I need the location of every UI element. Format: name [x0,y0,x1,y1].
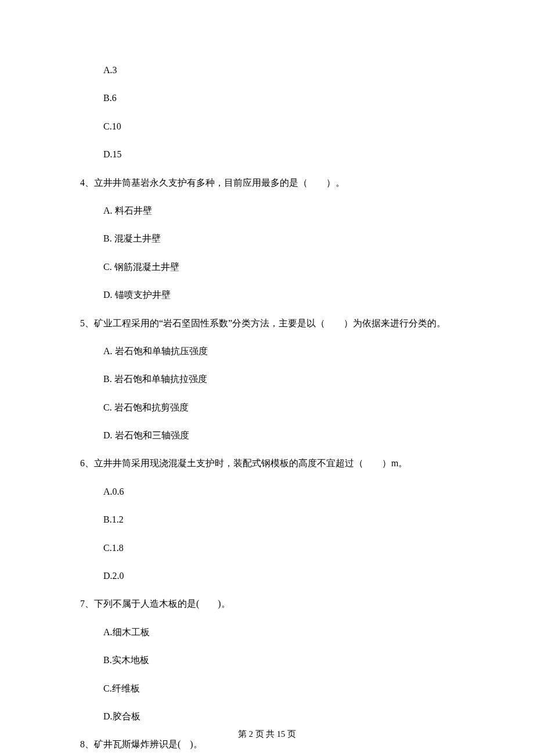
q5-option-a: A. 岩石饱和单轴抗压强度 [103,345,534,358]
q4-option-a: A. 料石井壁 [103,204,534,217]
q5-option-b: B. 岩石饱和单轴抗拉强度 [103,373,534,386]
page-footer: 第 2 页 共 15 页 [0,728,534,740]
q5-option-d: D. 岩石饱和三轴强度 [103,429,534,442]
q3-option-b: B.6 [103,92,534,105]
page-content: A.3 B.6 C.10 D.15 4、立井井筒基岩永久支护有多种，目前应用最多… [0,0,534,756]
q6-text: 6、立井井筒采用现浇混凝土支护时，装配式钢模板的高度不宜超过（ ）m。 [80,457,534,470]
q6-option-a: A.0.6 [103,485,534,498]
q7-option-d: D.胶合板 [103,710,534,723]
q4-text: 4、立井井筒基岩永久支护有多种，目前应用最多的是（ ）。 [80,177,534,189]
q3-option-a: A.3 [103,64,534,77]
q3-option-c: C.10 [103,120,534,133]
q7-option-a: A.细木工板 [103,626,534,639]
q4-option-b: B. 混凝土井壁 [103,232,534,245]
q5-text: 5、矿业工程采用的“岩石坚固性系数”分类方法，主要是以（ ）为依据来进行分类的。 [80,317,534,330]
q3-option-d: D.15 [103,148,534,161]
q5-option-c: C. 岩石饱和抗剪强度 [103,401,534,414]
q8-text: 8、矿井瓦斯爆炸辨识是( )。 [80,738,534,751]
q6-option-d: D.2.0 [103,570,534,582]
q6-option-c: C.1.8 [103,542,534,555]
q7-option-b: B.实木地板 [103,654,534,667]
q7-option-c: C.纤维板 [103,682,534,695]
q4-option-d: D. 锚喷支护井壁 [103,289,534,301]
q6-option-b: B.1.2 [103,513,534,526]
q4-option-c: C. 钢筋混凝土井壁 [103,261,534,273]
q7-text: 7、下列不属于人造木板的是( )。 [80,597,534,610]
